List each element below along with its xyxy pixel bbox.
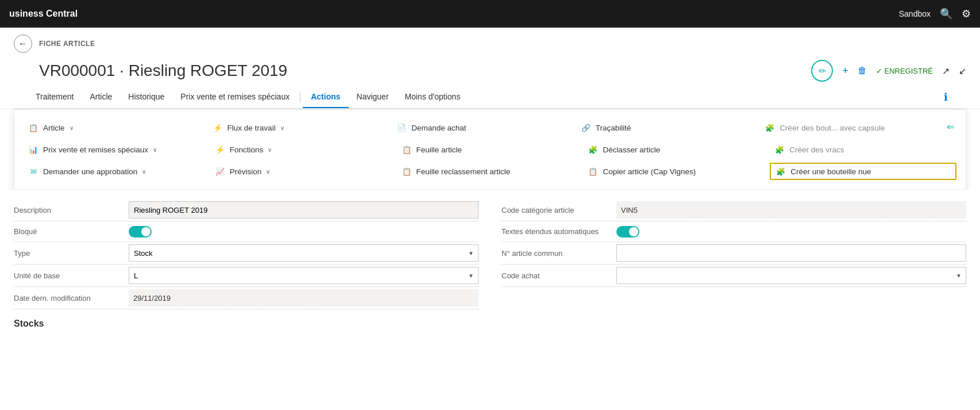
article-commun-label: N° article commun [501, 249, 616, 258]
date-modification-value [129, 289, 479, 306]
action-group-col2-row3: Prévision ∨ [210, 163, 397, 180]
settings-icon[interactable]: ⚙ [962, 7, 971, 20]
tab-traitement[interactable]: Traitement [28, 86, 82, 108]
form-right: Code catégorie article Textes étendus au… [501, 199, 966, 309]
actions-row-3: Demander une approbation ∨ Prévision ∨ F… [14, 160, 966, 182]
feuille-reclassement-icon [402, 166, 412, 177]
code-achat-select-wrapper [616, 267, 966, 284]
textes-etendus-toggle[interactable] [616, 226, 639, 237]
action-group-col1-row1: Article ∨ [24, 119, 208, 136]
field-bloque: Bloqué [14, 221, 479, 242]
page-toolbar: VR000001 · Riesling ROGET 2019 ✏ + 🗑 ✓ E… [14, 58, 966, 86]
demander-chevron: ∨ [142, 168, 146, 175]
action-group-col4-row2: Déclasser article [583, 141, 770, 158]
add-button[interactable]: + [842, 65, 848, 77]
bloque-toggle[interactable] [129, 226, 152, 237]
saved-label: ✓ ENREGISTRÉ [876, 67, 933, 75]
bouteille-nue-icon [775, 166, 786, 177]
action-group-col5-row1: Créer des bout... avec capsule [760, 119, 944, 136]
action-creer-bout-label: Créer des bout... avec capsule [780, 124, 885, 132]
field-article-commun: N° article commun [501, 242, 966, 265]
tab-moins-options[interactable]: Moins d'options [397, 86, 469, 108]
action-creer-vracs[interactable]: Créer des vracs [770, 141, 956, 158]
action-creer-bout-capsule[interactable]: Créer des bout... avec capsule [760, 119, 944, 136]
search-icon[interactable]: 🔍 [940, 7, 952, 20]
action-prevision[interactable]: Prévision ∨ [210, 163, 397, 180]
action-copier-article[interactable]: Copier article (Cap Vignes) [583, 163, 770, 180]
prix-vente-chevron: ∨ [153, 147, 157, 153]
stocks-section-title: Stocks [14, 319, 966, 329]
code-categorie-label: Code catégorie article [501, 206, 616, 214]
info-button[interactable]: ℹ [939, 86, 952, 108]
action-demander-approbation[interactable]: Demander une approbation ∨ [24, 163, 210, 180]
tab-actions[interactable]: Actions [303, 86, 348, 108]
action-flux-travail[interactable]: Flux de travail ∨ [208, 119, 392, 136]
action-flux-label: Flux de travail [227, 124, 276, 132]
action-group-col1-row2: Prix vente et remises spéciaux ∨ [24, 141, 210, 158]
description-label: Description [14, 206, 129, 214]
actions-dropdown: Article ∨ Flux de travail ∨ Demande acha… [14, 109, 966, 190]
article-commun-input[interactable] [616, 244, 966, 262]
code-categorie-value [616, 201, 966, 219]
textes-etendus-label: Textes étendus automatiques [501, 227, 616, 236]
action-tracabilite[interactable]: Traçabilité [576, 119, 761, 136]
action-creer-bouteille-nue-label: Créer une bouteille nue [790, 167, 871, 176]
add-icon: + [842, 65, 848, 77]
ribbon-tabs: Traitement Article Historique Prix vente… [28, 86, 952, 108]
delete-button[interactable]: 🗑 [858, 66, 867, 76]
form-left: Description Bloqué Type Stock Un [14, 199, 479, 309]
action-declasser-article[interactable]: Déclasser article [583, 141, 770, 158]
action-prix-vente[interactable]: Prix vente et remises spéciaux ∨ [24, 141, 210, 158]
action-article[interactable]: Article ∨ [24, 119, 208, 136]
actions-row-2: Prix vente et remises spéciaux ∨ Fonctio… [14, 139, 966, 160]
action-demander-approbation-label: Demander une approbation [43, 167, 137, 176]
unite-base-select[interactable]: L [129, 267, 479, 284]
action-group-col2-row2: Fonctions ∨ [210, 141, 397, 158]
feuille-article-icon [402, 144, 412, 155]
action-demande-achat[interactable]: Demande achat [392, 119, 576, 136]
unite-base-label: Unité de base [14, 271, 129, 280]
tab-article[interactable]: Article [82, 86, 120, 108]
edit-icon: ✏ [819, 66, 826, 76]
collapse-button[interactable]: ↙ [959, 66, 966, 76]
back-button[interactable]: ← [14, 35, 32, 53]
pin-button[interactable]: ⇐ [944, 119, 956, 135]
creer-bout-icon [765, 122, 775, 133]
date-modification-label: Date dern. modification [14, 294, 129, 302]
action-creer-bouteille-nue[interactable]: Créer une bouteille nue [770, 163, 956, 180]
action-group-col4-row1: Traçabilité [576, 119, 761, 136]
action-fonctions[interactable]: Fonctions ∨ [210, 141, 397, 158]
open-external-icon: ↗ [942, 66, 950, 76]
field-textes-etendus: Textes étendus automatiques [501, 221, 966, 242]
action-feuille-article[interactable]: Feuille article [397, 141, 584, 158]
tab-historique[interactable]: Historique [120, 86, 172, 108]
field-type: Type Stock [14, 242, 479, 265]
bloque-label: Bloqué [14, 227, 129, 236]
type-select[interactable]: Stock [129, 244, 479, 262]
flux-chevron: ∨ [280, 125, 284, 131]
type-select-wrapper: Stock [129, 244, 479, 262]
tracabilite-icon [581, 122, 591, 133]
code-achat-label: Code achat [501, 271, 616, 280]
breadcrumb-row: ← FICHE ARTICLE [14, 35, 966, 53]
code-achat-select[interactable] [616, 267, 966, 284]
declasser-icon [588, 144, 598, 155]
tab-naviguer[interactable]: Naviguer [349, 86, 397, 108]
prix-vente-icon [28, 144, 38, 155]
tab-prix-vente[interactable]: Prix vente et remises spéciaux [172, 86, 298, 108]
action-group-col3-row2: Feuille article [397, 141, 584, 158]
action-feuille-reclassement-label: Feuille reclassement article [416, 167, 511, 176]
edit-button[interactable]: ✏ [811, 60, 833, 82]
field-code-achat: Code achat [501, 265, 966, 287]
ribbon: Traitement Article Historique Prix vente… [14, 86, 966, 109]
page-header: ← FICHE ARTICLE VR000001 · Riesling ROGE… [0, 28, 980, 109]
action-declasser-label: Déclasser article [603, 145, 660, 154]
action-prevision-label: Prévision [230, 167, 262, 176]
action-feuille-reclassement[interactable]: Feuille reclassement article [397, 163, 584, 180]
open-external-button[interactable]: ↗ [942, 66, 950, 76]
article-chevron: ∨ [70, 125, 74, 131]
action-prix-vente-label: Prix vente et remises spéciaux [43, 145, 148, 154]
form-grid: Description Bloqué Type Stock Un [14, 199, 966, 309]
creer-vracs-icon [774, 144, 785, 155]
description-input[interactable] [129, 201, 479, 219]
